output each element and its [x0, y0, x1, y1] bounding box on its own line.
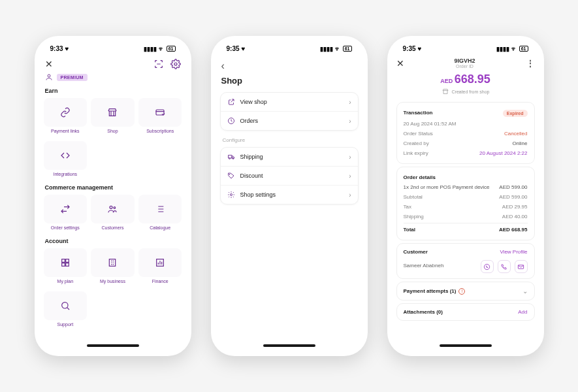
- settings-icon[interactable]: [170, 59, 181, 69]
- orders-icon: [227, 117, 235, 125]
- whatsapp-icon[interactable]: [481, 260, 494, 273]
- tile-label: Integrations: [44, 170, 88, 180]
- tile-subscriptions[interactable]: [138, 98, 182, 127]
- link-icon: [60, 107, 71, 118]
- back-icon[interactable]: ‹: [219, 57, 360, 74]
- battery-icon: 61: [343, 46, 352, 52]
- line-item-price: AED 599.00: [499, 184, 527, 190]
- attachments-row: Attachments (0) Add: [396, 303, 535, 321]
- tile-order-settings[interactable]: [44, 195, 88, 223]
- add-attachment-link[interactable]: Add: [518, 309, 527, 315]
- tile-label: Support: [44, 320, 88, 331]
- tile-finance[interactable]: [138, 248, 182, 277]
- customer-label: Customer: [404, 249, 428, 255]
- tag-icon: [227, 172, 235, 180]
- external-link-icon: [227, 98, 235, 106]
- svg-rect-8: [65, 263, 69, 267]
- shipping-label: Shipping: [404, 214, 424, 220]
- order-id: 9IGVH2: [404, 57, 526, 64]
- customer-card: Customer View Profile Sameer Ababneh: [396, 243, 535, 279]
- mail-icon[interactable]: [515, 260, 528, 273]
- battery-icon: 61: [519, 46, 528, 52]
- status-bar: 9:35 ♥ ▮▮▮▮ ᯤ 61: [395, 42, 536, 57]
- chevron-down-icon: ⌄: [522, 287, 528, 295]
- grid-icon: [60, 257, 71, 268]
- transaction-card: Transaction Expired 20 Aug 2024 01:52 AM…: [396, 102, 535, 164]
- payment-attempts-row[interactable]: Payment attempts (1) ! ⌄: [396, 282, 535, 301]
- close-icon[interactable]: ✕: [396, 58, 404, 69]
- attachments-label: Attachments (0): [404, 309, 443, 315]
- arrows-icon: [60, 204, 71, 214]
- tile-label: Finance: [138, 277, 182, 287]
- close-icon[interactable]: ✕: [45, 59, 53, 69]
- currency: AED: [440, 78, 453, 84]
- heart-icon: ♥: [242, 45, 246, 52]
- chevron-right-icon: ›: [349, 172, 351, 180]
- subtotal-value: AED 599.00: [499, 194, 527, 200]
- tile-label: My plan: [44, 277, 88, 287]
- row-orders[interactable]: Orders ›: [221, 112, 358, 130]
- tile-my-business[interactable]: [91, 248, 135, 277]
- svg-rect-9: [110, 259, 116, 267]
- svg-rect-7: [61, 263, 65, 267]
- signal-icon: ▮▮▮▮: [320, 46, 333, 52]
- row-view-shop[interactable]: View shop ›: [221, 93, 358, 112]
- home-indicator: [87, 344, 139, 347]
- shop-configure-list: Shipping › Discount › Shop settings ›: [220, 147, 359, 204]
- details-label: Order details: [404, 174, 436, 180]
- section-commerce: Commerce management: [42, 182, 184, 193]
- row-label: Discount: [240, 172, 263, 179]
- status-bar: 9:35 ♥ ▮▮▮▮ ᯤ 61: [219, 42, 360, 57]
- svg-point-0: [174, 63, 177, 65]
- building-icon: [107, 257, 118, 268]
- amount-value: 668.95: [455, 73, 490, 86]
- svg-point-4: [114, 207, 116, 209]
- row-label: Shop settings: [240, 191, 276, 198]
- tile-catalogue[interactable]: [138, 195, 182, 223]
- tile-label: Catalogue: [138, 223, 182, 234]
- phone-icon[interactable]: [498, 260, 511, 273]
- total-value: AED 668.95: [499, 227, 528, 233]
- tile-label: My business: [91, 277, 135, 287]
- scan-icon[interactable]: [153, 59, 164, 69]
- wifi-icon: ᯤ: [159, 46, 165, 52]
- users-icon: [107, 204, 118, 214]
- tile-integrations[interactable]: [44, 141, 88, 170]
- warning-icon: !: [458, 288, 465, 295]
- shipping-value: AED 40.00: [502, 214, 528, 220]
- row-label: View shop: [240, 99, 267, 105]
- row-label: Orders: [240, 118, 259, 124]
- battery-icon: 61: [167, 46, 176, 52]
- chevron-right-icon: ›: [349, 118, 351, 125]
- order-amount: AED 668.95: [395, 69, 536, 88]
- tile-support[interactable]: [44, 291, 88, 320]
- tile-shop[interactable]: [91, 98, 135, 127]
- row-discount[interactable]: Discount ›: [221, 167, 358, 186]
- svg-rect-6: [65, 259, 69, 263]
- tile-customers[interactable]: [91, 195, 135, 223]
- status-value: Cancelled: [504, 131, 528, 137]
- svg-point-14: [230, 194, 232, 196]
- more-icon[interactable]: ⋮: [526, 58, 535, 69]
- wifi-icon: ᯤ: [511, 46, 517, 52]
- total-label: Total: [404, 227, 416, 233]
- created-from: Created from shop: [395, 88, 536, 99]
- shop-icon: [442, 88, 449, 95]
- row-shop-settings[interactable]: Shop settings ›: [221, 186, 358, 204]
- shop-icon: [107, 107, 118, 118]
- row-shipping[interactable]: Shipping ›: [221, 148, 358, 167]
- tax-value: AED 29.95: [502, 204, 528, 210]
- subtotal-label: Subtotal: [404, 194, 423, 200]
- tile-my-plan[interactable]: [44, 248, 88, 277]
- order-details-card: Order details 1x 2nd or more POS Payment…: [396, 167, 535, 240]
- view-profile-link[interactable]: View Profile: [500, 249, 527, 255]
- svg-point-3: [110, 206, 112, 208]
- phone-order: 9:35 ♥ ▮▮▮▮ ᯤ 61 ✕ 9IGVH2 Order ID ⋮ AED…: [387, 36, 544, 356]
- section-earn: Earn: [42, 85, 184, 97]
- row-label: Shipping: [240, 154, 263, 160]
- chart-icon: [155, 257, 165, 268]
- status-bar: 9:33 ♥ ▮▮▮▮ ᯤ 61: [42, 42, 184, 57]
- tile-payment-links[interactable]: [44, 98, 88, 127]
- transaction-datetime: 20 Aug 2024 01:52 AM: [404, 121, 457, 127]
- page-title: Shop: [219, 74, 360, 91]
